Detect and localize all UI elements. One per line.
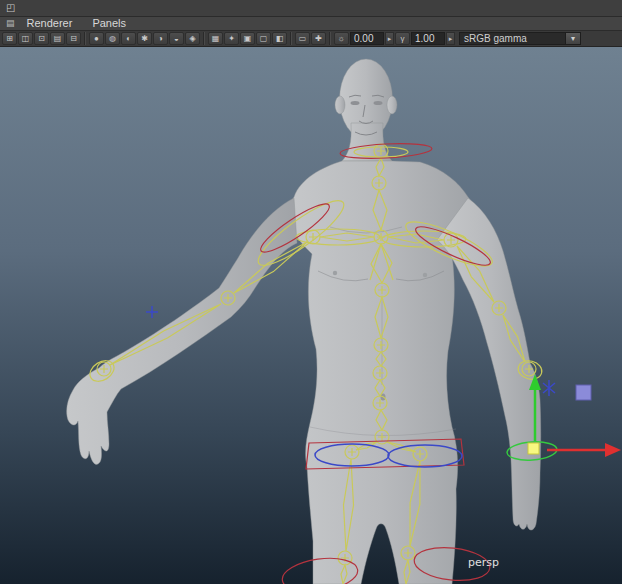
motion-blur-icon[interactable]: ◈ — [185, 32, 200, 45]
view-transform-dropdown[interactable]: sRGB gamma ▾ — [459, 32, 581, 45]
dock-icon[interactable]: ◰ — [6, 3, 15, 13]
viewport-canvas[interactable]: persp — [0, 47, 622, 584]
toolbar-separator — [290, 32, 292, 45]
ear-right — [387, 96, 397, 114]
isolate-select-icon[interactable]: ▣ — [240, 32, 255, 45]
pole-vector-marker-right[interactable] — [543, 380, 555, 396]
nipple-left — [333, 271, 337, 275]
ambient-occlusion-icon[interactable]: ◒ — [169, 32, 184, 45]
eye-right — [374, 101, 383, 105]
ear-left — [335, 96, 345, 114]
film-gate-icon[interactable]: ◫ — [18, 32, 33, 45]
xray-joints-icon[interactable]: ✦ — [224, 32, 239, 45]
toolbar-icon-strip: ⊞◫⊡▤⊟●◍◐✱◑◒◈▦✦▣▢◧▭✚ — [2, 32, 326, 45]
camera-attributes-icon[interactable]: ▢ — [256, 32, 271, 45]
field-chart-icon[interactable]: ⊟ — [66, 32, 81, 45]
toolbar-separator — [329, 32, 331, 45]
move-x-arrowhead[interactable] — [605, 443, 621, 457]
character-model[interactable] — [67, 59, 541, 584]
exposure-slider[interactable]: ▸ — [385, 32, 394, 45]
smooth-shade-icon[interactable]: ● — [89, 32, 104, 45]
camera-label: persp — [468, 556, 499, 569]
wireframe-icon[interactable]: ◍ — [105, 32, 120, 45]
component-handle-square[interactable] — [576, 385, 591, 400]
titlebar: ◰ — [0, 0, 622, 17]
bookmark-icon[interactable]: ◧ — [272, 32, 287, 45]
use-all-lights-icon[interactable]: ✱ — [137, 32, 152, 45]
exposure-field[interactable]: 0.00 — [350, 32, 384, 45]
eye-left — [351, 101, 360, 105]
toolbar-separator — [84, 32, 86, 45]
grid-icon[interactable]: ⊞ — [2, 32, 17, 45]
move-manipulator[interactable] — [528, 374, 621, 457]
viewport[interactable]: persp — [0, 47, 622, 584]
toolbar-separator — [203, 32, 205, 45]
gamma-icon[interactable]: γ — [395, 32, 410, 45]
menu-panels[interactable]: Panels — [84, 18, 134, 29]
textured-icon[interactable]: ◐ — [121, 32, 136, 45]
image-plane-icon[interactable]: ▭ — [295, 32, 310, 45]
panel-menubar: ▤ Renderer Panels — [0, 17, 622, 31]
pole-vector-marker-left[interactable] — [146, 306, 158, 318]
panel-menu-icon[interactable]: ▤ — [6, 19, 15, 28]
menu-renderer[interactable]: Renderer — [19, 18, 81, 29]
gamma-slider[interactable]: ▸ — [446, 32, 455, 45]
nipple-right — [423, 273, 427, 277]
view-transform-value: sRGB gamma — [460, 33, 565, 44]
move-center-handle[interactable] — [528, 443, 539, 454]
exposure-icon[interactable]: ☼ — [334, 32, 349, 45]
arm-left[interactable] — [67, 198, 297, 464]
resolution-gate-icon[interactable]: ⊡ — [34, 32, 49, 45]
shadows-icon[interactable]: ◑ — [153, 32, 168, 45]
xray-icon[interactable]: ▦ — [208, 32, 223, 45]
panel-toolbar: ⊞◫⊡▤⊟●◍◐✱◑◒◈▦✦▣▢◧▭✚ ☼ 0.00 ▸ γ 1.00 ▸ sR… — [0, 31, 622, 47]
pan-zoom-icon[interactable]: ✚ — [311, 32, 326, 45]
gate-mask-icon[interactable]: ▤ — [50, 32, 65, 45]
gamma-field[interactable]: 1.00 — [411, 32, 445, 45]
chevron-down-icon[interactable]: ▾ — [565, 33, 580, 44]
